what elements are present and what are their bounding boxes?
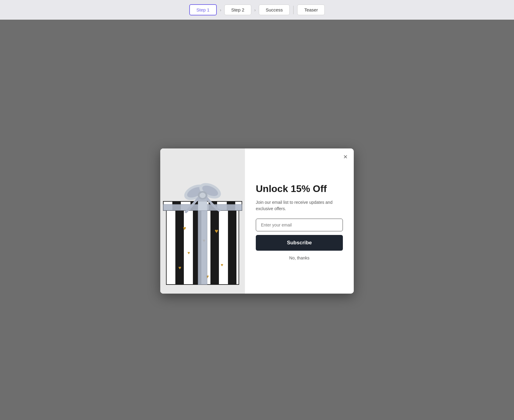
gift-visual: ♥ ♥ ♥ ♥ ♥ ♥ ♥	[160, 148, 245, 294]
svg-rect-30	[198, 201, 207, 210]
step2-button[interactable]: Step 2	[224, 5, 251, 15]
svg-text:♥: ♥	[215, 228, 218, 234]
svg-text:♥: ♥	[187, 250, 190, 255]
email-input[interactable]	[256, 219, 343, 231]
svg-text:♥: ♥	[221, 262, 223, 267]
main-content: ♥ ♥ ♥ ♥ ♥ ♥ ♥	[0, 20, 514, 420]
svg-rect-5	[228, 209, 236, 285]
modal-description: Join our email list to receive updates a…	[256, 199, 343, 212]
nav-divider	[293, 6, 294, 14]
svg-text:♥: ♥	[183, 225, 186, 231]
step2-separator: ›	[254, 8, 256, 12]
modal-popup: ♥ ♥ ♥ ♥ ♥ ♥ ♥	[160, 148, 354, 294]
modal-title: Unlock 15% Off	[256, 183, 343, 194]
modal-image-panel: ♥ ♥ ♥ ♥ ♥ ♥ ♥	[160, 148, 245, 294]
svg-text:♥: ♥	[178, 265, 181, 270]
top-nav: Step 1 › Step 2 › Success Teaser	[0, 0, 514, 20]
step1-button[interactable]: Step 1	[189, 4, 217, 15]
no-thanks-button[interactable]: No, thanks	[256, 256, 343, 260]
step1-separator: ›	[219, 8, 222, 12]
svg-rect-4	[210, 209, 219, 285]
svg-point-29	[200, 193, 206, 198]
svg-rect-2	[175, 209, 184, 285]
teaser-button[interactable]: Teaser	[297, 5, 325, 15]
subscribe-button[interactable]: Subscribe	[256, 235, 343, 251]
modal-overlay: ♥ ♥ ♥ ♥ ♥ ♥ ♥	[0, 20, 514, 420]
close-button[interactable]: ✕	[341, 153, 350, 161]
success-button[interactable]: Success	[259, 5, 290, 15]
modal-content-panel: ✕ Unlock 15% Off Join our email list to …	[245, 148, 354, 294]
